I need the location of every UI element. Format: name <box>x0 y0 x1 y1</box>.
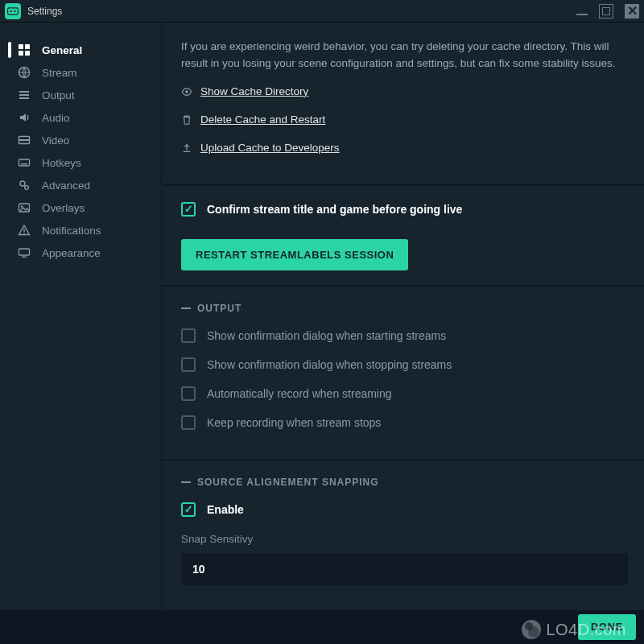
upload-cache-link[interactable]: Upload Cache to Developers <box>200 140 340 157</box>
svg-rect-22 <box>22 257 27 258</box>
grid-icon <box>18 43 31 56</box>
sidebar: General Stream Output Audio Video Hotkey… <box>0 23 161 610</box>
confirm-before-live-checkbox[interactable] <box>181 202 196 217</box>
globe-icon <box>522 620 541 639</box>
svg-rect-13 <box>19 159 30 166</box>
output-option-row: Show confirmation dialog when starting s… <box>181 328 628 343</box>
svg-rect-19 <box>23 229 24 232</box>
confirm-before-live-row: Confirm stream title and game before goi… <box>181 202 628 217</box>
sidebar-item-appearance[interactable]: Appearance <box>0 242 161 264</box>
svg-rect-3 <box>19 44 23 49</box>
sidebar-item-stream[interactable]: Stream <box>0 61 161 84</box>
sidebar-item-notifications[interactable]: Notifications <box>0 219 161 242</box>
scroll-pane[interactable]: If you are experiencing weird behavior, … <box>162 23 644 610</box>
sidebar-item-label: Overlays <box>42 202 85 214</box>
shell: General Stream Output Audio Video Hotkey… <box>0 23 644 610</box>
maximize-button[interactable] <box>599 4 613 19</box>
minimize-button[interactable] <box>576 14 588 15</box>
alert-icon <box>18 224 31 237</box>
cache-pane: If you are experiencing weird behavior, … <box>162 23 644 184</box>
window-title: Settings <box>27 6 62 17</box>
trash-icon <box>181 114 192 126</box>
confirm-before-live-label: Confirm stream title and game before goi… <box>207 203 462 216</box>
snapping-enable-row: Enable <box>181 502 628 517</box>
content-area: If you are experiencing weird behavior, … <box>161 23 644 610</box>
svg-rect-14 <box>21 163 27 165</box>
sidebar-item-advanced[interactable]: Advanced <box>0 174 161 196</box>
output-heading: OUTPUT <box>181 303 628 314</box>
svg-rect-8 <box>19 91 29 93</box>
svg-point-18 <box>21 205 23 207</box>
audio-icon <box>18 111 31 124</box>
cache-info-text: If you are experiencing weird behavior, … <box>181 39 628 72</box>
svg-rect-20 <box>23 233 24 233</box>
sidebar-item-audio[interactable]: Audio <box>0 106 161 129</box>
eye-icon <box>181 86 192 97</box>
snap-sensitivity-input[interactable] <box>181 553 628 585</box>
show-cache-row: Show Cache Directory <box>181 84 628 101</box>
sidebar-item-label: Appearance <box>42 247 101 259</box>
svg-rect-4 <box>25 44 30 49</box>
svg-rect-5 <box>19 51 23 56</box>
list-icon <box>18 89 31 101</box>
svg-point-23 <box>185 91 188 94</box>
svg-point-2 <box>14 10 15 11</box>
svg-point-1 <box>10 10 12 11</box>
output-option-row: Keep recording when stream stops <box>181 415 628 430</box>
sidebar-item-general[interactable]: General <box>0 39 161 61</box>
svg-rect-21 <box>19 249 30 255</box>
sidebar-item-label: Advanced <box>42 180 90 192</box>
sidebar-item-label: General <box>42 44 82 56</box>
snapping-enable-label: Enable <box>207 503 244 516</box>
confirm-section: Confirm stream title and game before goi… <box>162 184 644 285</box>
snapping-heading: SOURCE ALIGNEMENT SNAPPING <box>181 477 628 488</box>
svg-rect-10 <box>19 97 29 99</box>
sidebar-item-label: Hotkeys <box>42 157 81 169</box>
monitor-icon <box>18 246 31 259</box>
delete-cache-link[interactable]: Delete Cache and Restart <box>200 112 325 129</box>
svg-point-15 <box>20 181 25 186</box>
output-option-label: Show confirmation dialog when starting s… <box>207 329 446 342</box>
done-button[interactable]: DONE <box>578 614 636 640</box>
window-controls: ✕ <box>576 4 639 19</box>
output-section: OUTPUT Show confirmation dialog when sta… <box>162 285 644 459</box>
gears-icon <box>18 179 31 192</box>
delete-cache-row: Delete Cache and Restart <box>181 112 628 129</box>
output-auto-record-checkbox[interactable] <box>181 386 196 401</box>
output-option-row: Automatically record when streaming <box>181 386 628 401</box>
sidebar-item-label: Output <box>42 89 75 101</box>
show-cache-link[interactable]: Show Cache Directory <box>200 84 308 101</box>
sidebar-item-output[interactable]: Output <box>0 84 161 106</box>
restart-streamlabels-button[interactable]: RESTART STREAMLABELS SESSION <box>181 239 408 270</box>
snap-sensitivity-label: Snap Sensitivy <box>181 533 628 545</box>
keyboard-icon <box>18 156 31 169</box>
sidebar-item-video[interactable]: Video <box>0 129 161 151</box>
svg-point-16 <box>25 186 29 190</box>
output-option-label: Keep recording when stream stops <box>207 416 381 429</box>
snapping-section: SOURCE ALIGNEMENT SNAPPING Enable Snap S… <box>162 459 644 605</box>
svg-rect-0 <box>8 7 19 14</box>
output-option-label: Show confirmation dialog when stopping s… <box>207 358 452 371</box>
svg-rect-6 <box>25 51 30 56</box>
output-start-confirm-checkbox[interactable] <box>181 328 196 343</box>
upload-cache-row: Upload Cache to Developers <box>181 140 628 157</box>
image-icon <box>18 201 31 214</box>
sidebar-item-label: Stream <box>42 67 77 79</box>
sidebar-item-label: Notifications <box>42 225 101 237</box>
svg-rect-9 <box>19 94 29 96</box>
video-icon <box>18 134 31 147</box>
output-option-label: Automatically record when streaming <box>207 387 392 400</box>
titlebar: Settings ✕ <box>0 0 644 23</box>
close-button[interactable]: ✕ <box>625 4 639 19</box>
output-option-row: Show confirmation dialog when stopping s… <box>181 357 628 372</box>
sidebar-item-label: Video <box>42 134 69 147</box>
app-icon <box>5 3 21 19</box>
upload-icon <box>181 142 192 154</box>
snapping-enable-checkbox[interactable] <box>181 502 196 517</box>
output-keep-recording-checkbox[interactable] <box>181 415 196 430</box>
sidebar-item-hotkeys[interactable]: Hotkeys <box>0 151 161 174</box>
footer: LO4D.com DONE <box>0 610 644 644</box>
output-stop-confirm-checkbox[interactable] <box>181 357 196 372</box>
svg-rect-12 <box>19 139 30 141</box>
sidebar-item-overlays[interactable]: Overlays <box>0 196 161 219</box>
